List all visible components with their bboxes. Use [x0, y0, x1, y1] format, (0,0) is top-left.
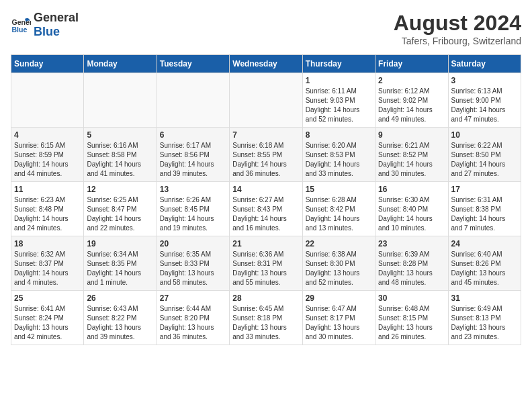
month-year-title: August 2024 [394, 11, 521, 36]
day-info: Sunrise: 6:18 AM Sunset: 8:55 PM Dayligh… [232, 141, 299, 179]
calendar-cell [230, 73, 302, 128]
day-number: 12 [87, 185, 153, 194]
weekday-header-saturday: Saturday [448, 55, 521, 73]
calendar-cell: 29Sunrise: 6:47 AM Sunset: 8:17 PM Dayli… [302, 291, 375, 345]
calendar-cell: 23Sunrise: 6:39 AM Sunset: 8:28 PM Dayli… [375, 236, 448, 291]
day-info: Sunrise: 6:17 AM Sunset: 8:56 PM Dayligh… [160, 141, 226, 179]
day-info: Sunrise: 6:11 AM Sunset: 9:03 PM Dayligh… [306, 87, 372, 124]
day-number: 3 [451, 76, 518, 85]
weekday-header-sunday: Sunday [11, 55, 84, 73]
calendar-cell: 22Sunrise: 6:38 AM Sunset: 8:30 PM Dayli… [302, 236, 375, 291]
logo-icon: General Blue [11, 15, 31, 35]
day-number: 15 [306, 185, 372, 194]
calendar-cell: 30Sunrise: 6:48 AM Sunset: 8:15 PM Dayli… [375, 291, 448, 345]
calendar-cell: 20Sunrise: 6:35 AM Sunset: 8:33 PM Dayli… [157, 236, 229, 291]
calendar-cell: 31Sunrise: 6:49 AM Sunset: 8:13 PM Dayli… [448, 291, 521, 345]
day-number: 18 [14, 239, 81, 248]
day-info: Sunrise: 6:31 AM Sunset: 8:38 PM Dayligh… [451, 195, 518, 233]
calendar-cell: 2Sunrise: 6:12 AM Sunset: 9:02 PM Daylig… [375, 73, 448, 128]
day-info: Sunrise: 6:16 AM Sunset: 8:58 PM Dayligh… [87, 141, 153, 179]
day-number: 21 [232, 239, 299, 248]
day-info: Sunrise: 6:22 AM Sunset: 8:50 PM Dayligh… [451, 141, 518, 179]
calendar-cell: 15Sunrise: 6:28 AM Sunset: 8:42 PM Dayli… [302, 182, 375, 236]
day-number: 5 [87, 130, 153, 140]
day-number: 20 [160, 239, 226, 248]
calendar-cell: 25Sunrise: 6:41 AM Sunset: 8:24 PM Dayli… [11, 291, 84, 345]
calendar-cell: 18Sunrise: 6:32 AM Sunset: 8:37 PM Dayli… [11, 236, 84, 291]
weekday-header-thursday: Thursday [302, 55, 375, 73]
calendar-cell: 26Sunrise: 6:43 AM Sunset: 8:22 PM Dayli… [84, 291, 157, 345]
day-number: 2 [378, 76, 445, 85]
day-info: Sunrise: 6:44 AM Sunset: 8:20 PM Dayligh… [160, 304, 226, 342]
calendar-cell: 9Sunrise: 6:21 AM Sunset: 8:52 PM Daylig… [375, 128, 448, 182]
day-number: 22 [306, 239, 372, 248]
calendar-cell: 3Sunrise: 6:13 AM Sunset: 9:00 PM Daylig… [448, 73, 521, 128]
day-number: 10 [451, 130, 518, 140]
day-number: 6 [160, 130, 226, 140]
day-info: Sunrise: 6:41 AM Sunset: 8:24 PM Dayligh… [14, 304, 81, 342]
day-number: 8 [306, 130, 372, 140]
day-number: 16 [378, 185, 445, 194]
day-number: 23 [378, 239, 445, 248]
day-info: Sunrise: 6:32 AM Sunset: 8:37 PM Dayligh… [14, 250, 81, 287]
calendar-cell: 10Sunrise: 6:22 AM Sunset: 8:50 PM Dayli… [448, 128, 521, 182]
day-number: 7 [232, 130, 299, 140]
calendar-cell: 14Sunrise: 6:27 AM Sunset: 8:43 PM Dayli… [230, 182, 302, 236]
day-info: Sunrise: 6:36 AM Sunset: 8:31 PM Dayligh… [232, 250, 299, 287]
calendar-cell: 19Sunrise: 6:34 AM Sunset: 8:35 PM Dayli… [84, 236, 157, 291]
calendar-cell: 6Sunrise: 6:17 AM Sunset: 8:56 PM Daylig… [157, 128, 229, 182]
day-number: 17 [451, 185, 518, 194]
day-info: Sunrise: 6:45 AM Sunset: 8:18 PM Dayligh… [232, 304, 299, 342]
day-number: 27 [160, 293, 226, 303]
day-number: 29 [306, 293, 372, 303]
day-info: Sunrise: 6:30 AM Sunset: 8:40 PM Dayligh… [378, 195, 445, 233]
calendar-cell: 16Sunrise: 6:30 AM Sunset: 8:40 PM Dayli… [375, 182, 448, 236]
day-info: Sunrise: 6:39 AM Sunset: 8:28 PM Dayligh… [378, 250, 445, 287]
calendar-table: SundayMondayTuesdayWednesdayThursdayFrid… [11, 54, 521, 345]
calendar-cell: 17Sunrise: 6:31 AM Sunset: 8:38 PM Dayli… [448, 182, 521, 236]
weekday-header-tuesday: Tuesday [157, 55, 229, 73]
logo: General Blue General Blue [11, 11, 79, 39]
weekday-header-monday: Monday [84, 55, 157, 73]
calendar-cell [157, 73, 229, 128]
day-info: Sunrise: 6:34 AM Sunset: 8:35 PM Dayligh… [87, 250, 153, 287]
day-info: Sunrise: 6:20 AM Sunset: 8:53 PM Dayligh… [306, 141, 372, 179]
title-section: August 2024 Tafers, Fribourg, Switzerlan… [394, 11, 521, 46]
day-number: 25 [14, 293, 81, 303]
svg-text:Blue: Blue [12, 26, 28, 34]
calendar-cell: 12Sunrise: 6:25 AM Sunset: 8:47 PM Dayli… [84, 182, 157, 236]
calendar-cell: 27Sunrise: 6:44 AM Sunset: 8:20 PM Dayli… [157, 291, 229, 345]
day-number: 30 [378, 293, 445, 303]
calendar-cell: 13Sunrise: 6:26 AM Sunset: 8:45 PM Dayli… [157, 182, 229, 236]
calendar-cell: 5Sunrise: 6:16 AM Sunset: 8:58 PM Daylig… [84, 128, 157, 182]
location-subtitle: Tafers, Fribourg, Switzerland [394, 36, 521, 46]
day-info: Sunrise: 6:48 AM Sunset: 8:15 PM Dayligh… [378, 304, 445, 342]
day-info: Sunrise: 6:23 AM Sunset: 8:48 PM Dayligh… [14, 195, 81, 233]
calendar-cell: 4Sunrise: 6:15 AM Sunset: 8:59 PM Daylig… [11, 128, 84, 182]
day-info: Sunrise: 6:35 AM Sunset: 8:33 PM Dayligh… [160, 250, 226, 287]
day-number: 24 [451, 239, 518, 248]
calendar-cell: 7Sunrise: 6:18 AM Sunset: 8:55 PM Daylig… [230, 128, 302, 182]
calendar-cell: 8Sunrise: 6:20 AM Sunset: 8:53 PM Daylig… [302, 128, 375, 182]
day-info: Sunrise: 6:15 AM Sunset: 8:59 PM Dayligh… [14, 141, 81, 179]
day-number: 19 [87, 239, 153, 248]
day-number: 1 [306, 76, 372, 85]
day-info: Sunrise: 6:38 AM Sunset: 8:30 PM Dayligh… [306, 250, 372, 287]
calendar-cell: 28Sunrise: 6:45 AM Sunset: 8:18 PM Dayli… [230, 291, 302, 345]
page-header: General Blue General Blue August 2024 Ta… [11, 11, 521, 46]
day-number: 9 [378, 130, 445, 140]
day-info: Sunrise: 6:13 AM Sunset: 9:00 PM Dayligh… [451, 87, 518, 124]
day-info: Sunrise: 6:40 AM Sunset: 8:26 PM Dayligh… [451, 250, 518, 287]
day-number: 11 [14, 185, 81, 194]
day-info: Sunrise: 6:28 AM Sunset: 8:42 PM Dayligh… [306, 195, 372, 233]
day-number: 4 [14, 130, 81, 140]
weekday-header-wednesday: Wednesday [230, 55, 302, 73]
calendar-week-row: 25Sunrise: 6:41 AM Sunset: 8:24 PM Dayli… [11, 291, 521, 345]
day-info: Sunrise: 6:26 AM Sunset: 8:45 PM Dayligh… [160, 195, 226, 233]
calendar-cell: 11Sunrise: 6:23 AM Sunset: 8:48 PM Dayli… [11, 182, 84, 236]
calendar-cell: 21Sunrise: 6:36 AM Sunset: 8:31 PM Dayli… [230, 236, 302, 291]
calendar-cell [11, 73, 84, 128]
day-info: Sunrise: 6:25 AM Sunset: 8:47 PM Dayligh… [87, 195, 153, 233]
calendar-week-row: 18Sunrise: 6:32 AM Sunset: 8:37 PM Dayli… [11, 236, 521, 291]
logo-general-text: General [34, 11, 79, 24]
